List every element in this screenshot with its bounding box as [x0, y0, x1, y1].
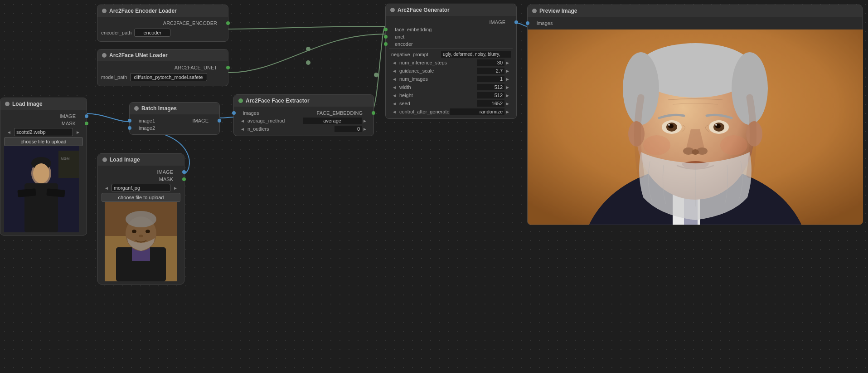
preview-images-port[interactable]: [526, 21, 529, 25]
svg-point-38: [668, 124, 670, 126]
load-image-2-photo: [105, 202, 177, 281]
arc2face-unet-label: ARC2FACE_UNET: [175, 65, 217, 70]
svg-text:MGM: MGM: [61, 157, 70, 161]
arc2face-encoder-port[interactable]: [226, 21, 230, 25]
unet-loader-title: Arc2Face UNet Loader: [109, 52, 168, 59]
load-image-1-header: Load Image: [0, 98, 87, 110]
load-image-1-mask-label: MASK: [62, 121, 76, 126]
load-image-1-photo: MGM: [4, 146, 79, 232]
guidance-scale-next[interactable]: ►: [504, 69, 511, 74]
load-image-2-image-label: IMAGE: [157, 169, 173, 175]
height-next[interactable]: ►: [504, 93, 511, 98]
svg-point-21: [139, 235, 143, 237]
load-image-2-header: Load Image: [98, 154, 184, 166]
svg-point-19: [132, 230, 136, 233]
generator-face-embedding-port[interactable]: [384, 28, 388, 31]
model-path-input[interactable]: [130, 73, 207, 81]
num-inf-steps-next[interactable]: ►: [504, 60, 511, 65]
generator-image-out-port[interactable]: [514, 20, 518, 24]
load-image-2-image-port[interactable]: [182, 170, 186, 174]
seed-next[interactable]: ►: [504, 101, 511, 106]
svg-point-44: [720, 135, 747, 155]
svg-point-43: [643, 135, 670, 155]
num-inf-steps-value: 30: [477, 59, 504, 66]
load-image-1-upload[interactable]: choose file to upload: [4, 137, 83, 146]
encoder-path-input[interactable]: [134, 29, 170, 37]
batch-image1-port[interactable]: [128, 119, 131, 123]
height-label: height: [399, 93, 477, 98]
load-image-2-upload[interactable]: choose file to upload: [102, 193, 180, 202]
face-extractor-out-label: FACE_EMBEDDING: [317, 110, 363, 116]
width-prev[interactable]: ◄: [391, 85, 398, 90]
svg-point-0: [306, 47, 310, 51]
face-extractor-images-label: images: [243, 110, 259, 116]
control-after-next[interactable]: ►: [504, 109, 511, 114]
preview-image-display: [528, 29, 863, 225]
encoder-loader-dot: [102, 9, 107, 13]
guidance-scale-value: 2.7: [477, 68, 504, 74]
width-label: width: [399, 84, 477, 90]
svg-point-2: [374, 73, 378, 77]
face-extractor-title: Arc2Face Face Extractor: [246, 98, 310, 104]
load-image-1-dot: [5, 102, 10, 106]
guidance-scale-prev[interactable]: ◄: [391, 69, 398, 74]
load-image-1-next[interactable]: ►: [75, 130, 81, 135]
batch-image-out-port[interactable]: [218, 119, 221, 123]
seed-prev[interactable]: ◄: [391, 101, 398, 106]
batch-images-header: Batch Images: [130, 103, 219, 114]
n-outliers-next[interactable]: ►: [362, 127, 368, 132]
svg-point-42: [692, 149, 699, 155]
generator-encoder-port[interactable]: [384, 42, 388, 46]
arc2face-unet-port[interactable]: [226, 66, 230, 69]
generator-node: Arc2Face Generator IMAGE face_embedding …: [385, 4, 517, 119]
width-value: 512: [477, 84, 504, 90]
batch-image2-port[interactable]: [128, 126, 131, 130]
load-image-2-prev[interactable]: ◄: [103, 186, 110, 191]
load-image-1-prev[interactable]: ◄: [6, 130, 12, 135]
num-images-prev[interactable]: ◄: [391, 77, 398, 82]
n-outliers-name: n_outliers: [247, 126, 335, 132]
face-extractor-dot: [238, 98, 243, 103]
n-outliers-prev[interactable]: ◄: [239, 127, 246, 132]
num-images-value: 1: [477, 76, 504, 82]
width-next[interactable]: ►: [504, 85, 511, 90]
avg-method-prev[interactable]: ◄: [239, 118, 246, 123]
load-image-1-title: Load Image: [12, 101, 43, 107]
seed-label: seed: [399, 101, 477, 106]
load-image-2-dot: [102, 157, 107, 162]
load-image-1-mask-port[interactable]: [85, 122, 88, 125]
generator-unet-port[interactable]: [384, 35, 388, 39]
generator-face-embedding-label: face_embedding: [395, 27, 432, 32]
load-image-2-mask-label: MASK: [159, 177, 173, 182]
num-inf-steps-prev[interactable]: ◄: [391, 60, 398, 65]
face-extractor-in-port[interactable]: [232, 111, 236, 115]
unet-loader-dot: [102, 53, 107, 58]
batch-image-out-label: IMAGE: [193, 118, 216, 123]
seed-value: 1652: [477, 100, 504, 107]
face-extractor-out-port[interactable]: [372, 111, 375, 115]
control-after-value: randomize: [450, 108, 504, 115]
guidance-scale-label: guidance_scale: [399, 68, 477, 74]
encoder-loader-header: Arc2Face Encoder Loader: [97, 5, 228, 17]
avg-method-value: average: [303, 118, 362, 124]
generator-image-out-label: IMAGE: [490, 20, 505, 25]
load-image-1-image-port[interactable]: [85, 114, 88, 118]
num-images-next[interactable]: ►: [504, 77, 511, 82]
generator-unet-label: unet: [395, 34, 404, 39]
svg-point-39: [715, 124, 717, 126]
load-image-2-next[interactable]: ►: [172, 186, 179, 191]
unet-loader-node: Arc2Face UNet Loader ARC2FACE_UNET model…: [97, 49, 228, 86]
control-after-prev[interactable]: ◄: [391, 109, 398, 114]
preview-images-label: images: [537, 20, 553, 26]
preview-title: Preview Image: [539, 8, 577, 14]
avg-method-next[interactable]: ►: [362, 118, 368, 123]
generator-dot: [390, 8, 395, 12]
height-prev[interactable]: ◄: [391, 93, 398, 98]
preview-dot: [532, 9, 537, 13]
generator-header: Arc2Face Generator: [386, 4, 516, 16]
preview-header: Preview Image: [528, 5, 862, 17]
load-image-1-node: Load Image IMAGE MASK ◄ scottd2.webp ► c…: [0, 98, 87, 236]
load-image-2-mask-port[interactable]: [182, 177, 186, 181]
generator-title: Arc2Face Generator: [398, 7, 450, 13]
load-image-2-node: Load Image IMAGE MASK ◄ morganf.jpg ► ch…: [97, 153, 184, 285]
